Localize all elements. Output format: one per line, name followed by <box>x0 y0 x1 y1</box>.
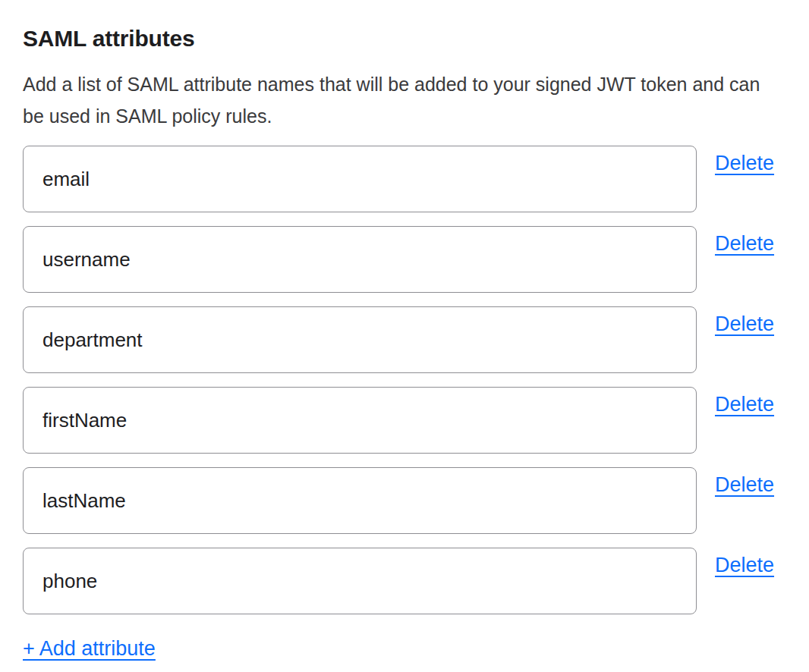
saml-attributes-section: SAML attributes Add a list of SAML attri… <box>0 0 809 660</box>
attribute-row: Delete <box>23 226 779 293</box>
add-attribute-link[interactable]: + Add attribute <box>23 637 156 660</box>
attribute-input[interactable] <box>23 467 697 534</box>
delete-link[interactable]: Delete <box>715 312 774 335</box>
delete-link[interactable]: Delete <box>715 554 774 576</box>
delete-link[interactable]: Delete <box>715 152 774 174</box>
attribute-input[interactable] <box>23 306 697 373</box>
attribute-row: Delete <box>23 306 779 373</box>
attribute-row: Delete <box>23 548 779 614</box>
attribute-input[interactable] <box>23 146 697 212</box>
delete-link[interactable]: Delete <box>715 393 774 416</box>
attribute-row: Delete <box>23 467 779 534</box>
attribute-input[interactable] <box>23 226 697 293</box>
attribute-row: Delete <box>23 387 779 454</box>
attribute-row: Delete <box>23 146 779 212</box>
delete-link[interactable]: Delete <box>715 473 774 496</box>
delete-link[interactable]: Delete <box>715 232 774 255</box>
section-description: Add a list of SAML attribute names that … <box>23 68 774 132</box>
attribute-list: Delete Delete Delete Delete Delete Delet… <box>23 146 779 614</box>
attribute-input[interactable] <box>23 548 697 614</box>
section-title: SAML attributes <box>23 26 779 52</box>
attribute-input[interactable] <box>23 387 697 454</box>
